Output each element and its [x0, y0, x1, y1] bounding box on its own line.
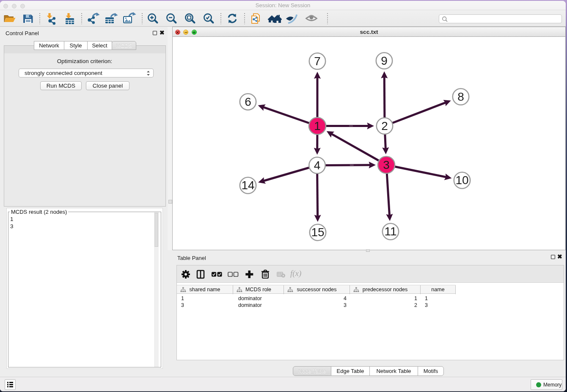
svg-text:3: 3: [383, 158, 390, 171]
svg-text:6: 6: [245, 95, 251, 108]
svg-text:7: 7: [314, 55, 321, 68]
svg-text:9: 9: [381, 54, 388, 67]
svg-text:8: 8: [457, 90, 464, 103]
svg-text:1: 1: [314, 119, 321, 133]
svg-text:4: 4: [314, 159, 321, 172]
svg-text:10: 10: [455, 174, 468, 187]
svg-text:15: 15: [311, 226, 324, 239]
svg-text:14: 14: [241, 179, 254, 192]
svg-text:2: 2: [381, 119, 388, 133]
svg-text:11: 11: [384, 225, 396, 238]
